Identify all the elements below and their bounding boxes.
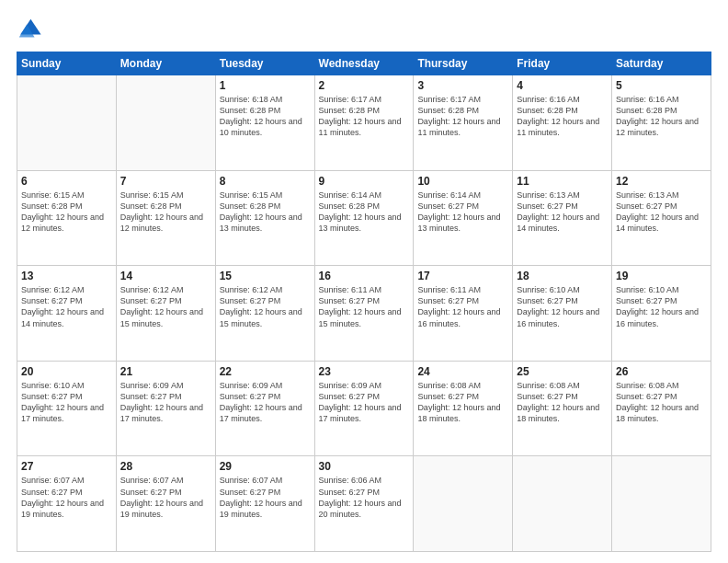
day-number: 17 — [417, 270, 508, 282]
day-number: 4 — [517, 79, 608, 92]
day-number: 25 — [517, 365, 608, 378]
week-row-2: 13Sunrise: 6:12 AM Sunset: 6:27 PM Dayli… — [17, 266, 711, 362]
logo-icon — [17, 17, 42, 42]
day-number: 10 — [417, 175, 508, 188]
day-number: 9 — [319, 175, 410, 188]
page: SundayMondayTuesdayWednesdayThursdayFrid… — [0, 0, 728, 563]
day-number: 19 — [616, 270, 707, 282]
day-info: Sunrise: 6:11 AM Sunset: 6:27 PM Dayligh… — [417, 284, 508, 329]
day-number: 29 — [220, 460, 311, 473]
day-info: Sunrise: 6:09 AM Sunset: 6:27 PM Dayligh… — [220, 380, 311, 425]
day-info: Sunrise: 6:14 AM Sunset: 6:28 PM Dayligh… — [319, 190, 410, 235]
week-row-4: 27Sunrise: 6:07 AM Sunset: 6:27 PM Dayli… — [17, 456, 711, 552]
day-number: 14 — [120, 270, 211, 282]
weekday-header-saturday: Saturday — [612, 52, 711, 75]
day-cell: 12Sunrise: 6:13 AM Sunset: 6:27 PM Dayli… — [612, 170, 711, 266]
weekday-header-wednesday: Wednesday — [314, 52, 414, 75]
day-info: Sunrise: 6:09 AM Sunset: 6:27 PM Dayligh… — [319, 380, 410, 425]
weekday-header-friday: Friday — [513, 52, 612, 75]
day-info: Sunrise: 6:17 AM Sunset: 6:28 PM Dayligh… — [417, 94, 508, 139]
day-info: Sunrise: 6:12 AM Sunset: 6:27 PM Dayligh… — [21, 284, 112, 329]
day-cell: 14Sunrise: 6:12 AM Sunset: 6:27 PM Dayli… — [116, 266, 215, 362]
day-info: Sunrise: 6:11 AM Sunset: 6:27 PM Dayligh… — [319, 284, 410, 329]
day-number: 2 — [319, 79, 410, 92]
day-number: 30 — [319, 460, 410, 473]
day-number: 21 — [120, 365, 211, 378]
day-cell: 22Sunrise: 6:09 AM Sunset: 6:27 PM Dayli… — [215, 361, 314, 456]
day-info: Sunrise: 6:15 AM Sunset: 6:28 PM Dayligh… — [220, 190, 311, 235]
day-cell: 16Sunrise: 6:11 AM Sunset: 6:27 PM Dayli… — [314, 266, 414, 362]
day-info: Sunrise: 6:15 AM Sunset: 6:28 PM Dayligh… — [21, 190, 112, 235]
day-cell: 9Sunrise: 6:14 AM Sunset: 6:28 PM Daylig… — [314, 170, 414, 266]
day-number: 18 — [517, 270, 608, 282]
day-cell: 4Sunrise: 6:16 AM Sunset: 6:28 PM Daylig… — [513, 75, 612, 171]
day-number: 27 — [21, 460, 112, 473]
day-cell: 6Sunrise: 6:15 AM Sunset: 6:28 PM Daylig… — [17, 170, 117, 266]
calendar-table: SundayMondayTuesdayWednesdayThursdayFrid… — [17, 52, 711, 552]
day-number: 5 — [616, 79, 707, 92]
day-cell: 11Sunrise: 6:13 AM Sunset: 6:27 PM Dayli… — [513, 170, 612, 266]
day-number: 15 — [220, 270, 311, 282]
day-number: 12 — [616, 175, 707, 188]
day-cell: 19Sunrise: 6:10 AM Sunset: 6:27 PM Dayli… — [612, 266, 711, 362]
day-info: Sunrise: 6:14 AM Sunset: 6:27 PM Dayligh… — [417, 190, 508, 235]
day-info: Sunrise: 6:08 AM Sunset: 6:27 PM Dayligh… — [616, 380, 707, 425]
week-row-1: 6Sunrise: 6:15 AM Sunset: 6:28 PM Daylig… — [17, 170, 711, 266]
day-number: 1 — [220, 79, 311, 92]
day-number: 13 — [21, 270, 112, 282]
day-info: Sunrise: 6:06 AM Sunset: 6:27 PM Dayligh… — [319, 475, 410, 520]
day-info: Sunrise: 6:10 AM Sunset: 6:27 PM Dayligh… — [616, 284, 707, 329]
day-cell — [513, 456, 612, 552]
day-cell — [116, 75, 215, 171]
day-info: Sunrise: 6:07 AM Sunset: 6:27 PM Dayligh… — [220, 475, 311, 520]
day-info: Sunrise: 6:16 AM Sunset: 6:28 PM Dayligh… — [616, 94, 707, 139]
day-cell: 23Sunrise: 6:09 AM Sunset: 6:27 PM Dayli… — [314, 361, 414, 456]
day-number: 3 — [417, 79, 508, 92]
day-cell — [612, 456, 711, 552]
day-info: Sunrise: 6:16 AM Sunset: 6:28 PM Dayligh… — [517, 94, 608, 139]
day-number: 24 — [417, 365, 508, 378]
week-row-3: 20Sunrise: 6:10 AM Sunset: 6:27 PM Dayli… — [17, 361, 711, 456]
day-cell: 29Sunrise: 6:07 AM Sunset: 6:27 PM Dayli… — [215, 456, 314, 552]
day-info: Sunrise: 6:10 AM Sunset: 6:27 PM Dayligh… — [21, 380, 112, 425]
weekday-header-tuesday: Tuesday — [215, 52, 314, 75]
day-cell: 7Sunrise: 6:15 AM Sunset: 6:28 PM Daylig… — [116, 170, 215, 266]
day-info: Sunrise: 6:12 AM Sunset: 6:27 PM Dayligh… — [220, 284, 311, 329]
week-row-0: 1Sunrise: 6:18 AM Sunset: 6:28 PM Daylig… — [17, 75, 711, 171]
day-number: 23 — [319, 365, 410, 378]
day-number: 11 — [517, 175, 608, 188]
day-number: 7 — [120, 175, 211, 188]
day-cell: 1Sunrise: 6:18 AM Sunset: 6:28 PM Daylig… — [215, 75, 314, 171]
day-cell: 5Sunrise: 6:16 AM Sunset: 6:28 PM Daylig… — [612, 75, 711, 171]
day-cell: 28Sunrise: 6:07 AM Sunset: 6:27 PM Dayli… — [116, 456, 215, 552]
logo — [17, 17, 46, 42]
day-cell: 21Sunrise: 6:09 AM Sunset: 6:27 PM Dayli… — [116, 361, 215, 456]
day-cell: 10Sunrise: 6:14 AM Sunset: 6:27 PM Dayli… — [414, 170, 513, 266]
weekday-header-sunday: Sunday — [17, 52, 117, 75]
day-cell: 24Sunrise: 6:08 AM Sunset: 6:27 PM Dayli… — [414, 361, 513, 456]
day-cell: 3Sunrise: 6:17 AM Sunset: 6:28 PM Daylig… — [414, 75, 513, 171]
day-number: 16 — [319, 270, 410, 282]
day-info: Sunrise: 6:15 AM Sunset: 6:28 PM Dayligh… — [120, 190, 211, 235]
day-cell: 20Sunrise: 6:10 AM Sunset: 6:27 PM Dayli… — [17, 361, 117, 456]
day-cell: 2Sunrise: 6:17 AM Sunset: 6:28 PM Daylig… — [314, 75, 414, 171]
day-number: 26 — [616, 365, 707, 378]
day-cell: 26Sunrise: 6:08 AM Sunset: 6:27 PM Dayli… — [612, 361, 711, 456]
day-number: 20 — [21, 365, 112, 378]
day-number: 22 — [220, 365, 311, 378]
day-cell: 18Sunrise: 6:10 AM Sunset: 6:27 PM Dayli… — [513, 266, 612, 362]
day-cell: 30Sunrise: 6:06 AM Sunset: 6:27 PM Dayli… — [314, 456, 414, 552]
day-info: Sunrise: 6:09 AM Sunset: 6:27 PM Dayligh… — [120, 380, 211, 425]
day-cell: 15Sunrise: 6:12 AM Sunset: 6:27 PM Dayli… — [215, 266, 314, 362]
day-cell: 27Sunrise: 6:07 AM Sunset: 6:27 PM Dayli… — [17, 456, 117, 552]
day-cell — [414, 456, 513, 552]
weekday-header-row: SundayMondayTuesdayWednesdayThursdayFrid… — [17, 52, 711, 75]
day-cell: 25Sunrise: 6:08 AM Sunset: 6:27 PM Dayli… — [513, 361, 612, 456]
day-number: 28 — [120, 460, 211, 473]
day-info: Sunrise: 6:18 AM Sunset: 6:28 PM Dayligh… — [220, 94, 311, 139]
header — [17, 17, 711, 42]
day-info: Sunrise: 6:08 AM Sunset: 6:27 PM Dayligh… — [417, 380, 508, 425]
day-cell — [17, 75, 117, 171]
day-info: Sunrise: 6:13 AM Sunset: 6:27 PM Dayligh… — [517, 190, 608, 235]
day-info: Sunrise: 6:10 AM Sunset: 6:27 PM Dayligh… — [517, 284, 608, 329]
